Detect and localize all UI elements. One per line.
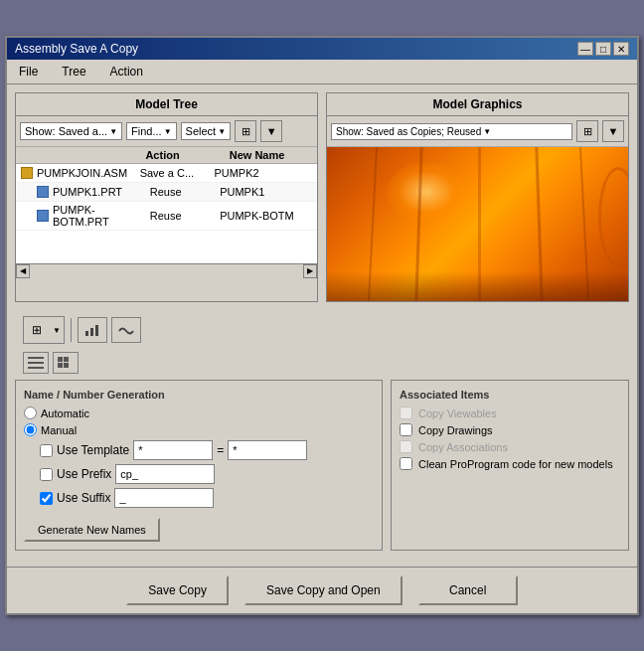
save-copy-button[interactable]: Save Copy: [126, 575, 229, 605]
copy-viewables-row: Copy Viewables: [400, 407, 620, 419]
copy-associations-row: Copy Associations: [400, 440, 620, 453]
copy-drawings-checkbox[interactable]: [400, 423, 412, 436]
col-name: [20, 149, 145, 161]
manual-radio[interactable]: [24, 423, 37, 436]
tree-area: PUMPKJOIN.ASM Save a C... PUMPK2 PUMPK1.…: [16, 164, 317, 263]
copy-viewables-label: Copy Viewables: [418, 407, 497, 419]
row-newname-0: PUMPK2: [214, 167, 313, 179]
pumpkin-shadow: [327, 271, 628, 301]
tree-row[interactable]: PUMPKJOIN.ASM Save a C... PUMPK2: [16, 164, 317, 183]
maximize-button[interactable]: □: [595, 42, 611, 56]
use-prefix-label: Use Prefix: [57, 467, 111, 481]
pumpkin-swirl: [598, 167, 628, 266]
col-action: Action: [145, 149, 229, 161]
svg-rect-9: [64, 363, 69, 368]
panels-row: Model Tree Show: Saved a... Find... Sele…: [15, 92, 629, 302]
automatic-label: Automatic: [41, 407, 89, 419]
use-suffix-label: Use Suffix: [57, 491, 110, 505]
row-action-0: Save a C...: [136, 167, 215, 179]
menu-tree[interactable]: Tree: [58, 63, 89, 81]
title-bar-buttons: — □ ✕: [577, 42, 629, 56]
use-suffix-checkbox[interactable]: [40, 492, 53, 505]
use-template-checkbox[interactable]: [40, 444, 53, 457]
pumpkin-highlight: [387, 162, 466, 222]
graph-icon-btn[interactable]: [78, 317, 107, 343]
copy-associations-label: Copy Associations: [418, 441, 508, 453]
find-button[interactable]: Find...: [126, 122, 177, 140]
wave-icon-svg: [118, 323, 134, 337]
model-graphics-header: Model Graphics: [327, 93, 628, 116]
row-action-2: Reuse: [146, 210, 220, 222]
svg-rect-8: [58, 363, 63, 368]
row-newname-2: PUMPK-BOTM: [220, 210, 313, 222]
use-template-row: Use Template =: [40, 440, 374, 460]
wave-icon-btn[interactable]: [111, 317, 141, 343]
cancel-button[interactable]: Cancel: [418, 575, 518, 605]
show-dropdown[interactable]: Show: Saved a...: [20, 122, 122, 140]
template-input2[interactable]: [228, 440, 307, 460]
toolbar2: ⊞ ▼: [15, 310, 629, 350]
graphics-show-dropdown[interactable]: Show: Saved as Copies; Reused: [331, 123, 572, 140]
clean-proprogram-label: Clean ProProgram code for new models: [418, 458, 613, 470]
scroll-track[interactable]: [32, 267, 301, 275]
menu-file[interactable]: File: [15, 63, 42, 81]
copy-drawings-row: Copy Drawings: [400, 423, 620, 436]
minimize-button[interactable]: —: [577, 42, 593, 56]
view-icon-btn[interactable]: ⊞: [24, 317, 50, 343]
suffix-input[interactable]: [114, 488, 214, 508]
model-tree-panel: Model Tree Show: Saved a... Find... Sele…: [15, 92, 318, 302]
select-dropdown[interactable]: Select: [181, 122, 232, 140]
list1-svg: [28, 357, 44, 369]
scroll-right[interactable]: ▶: [303, 264, 317, 278]
prefix-input[interactable]: [115, 464, 215, 484]
graphics-icon-btn2[interactable]: ▼: [602, 120, 624, 142]
row-newname-1: PUMPK1: [220, 186, 313, 198]
svg-rect-7: [64, 357, 69, 362]
asm-icon: [20, 166, 34, 180]
svg-rect-2: [95, 325, 98, 336]
tree-hscroll: ◀ ▶: [16, 263, 317, 277]
copy-viewables-checkbox: [400, 407, 412, 419]
radio-automatic: Automatic: [24, 407, 374, 419]
main-window: Assembly Save A Copy — □ ✕ File Tree Act…: [5, 36, 639, 615]
tree-icon-btn2[interactable]: ▼: [260, 120, 282, 142]
svg-rect-0: [85, 331, 88, 336]
radio-manual: Manual: [24, 423, 374, 436]
tree-icon-btn1[interactable]: ⊞: [235, 120, 256, 142]
clean-proprogram-checkbox[interactable]: [400, 457, 412, 470]
prt-icon-1: [36, 185, 50, 199]
svg-rect-5: [28, 367, 44, 369]
view-dropdown-btn[interactable]: ▼: [50, 317, 64, 343]
bottom-section: Name / Number Generation Automatic Manua…: [15, 380, 629, 559]
menu-action[interactable]: Action: [106, 63, 147, 81]
use-suffix-row: Use Suffix: [40, 488, 374, 508]
close-button[interactable]: ✕: [613, 42, 629, 56]
graphics-icon-btn1[interactable]: ⊞: [576, 120, 598, 142]
list-icon-btn1[interactable]: [23, 352, 49, 374]
tree-row[interactable]: PUMPK-BOTM.PRT Reuse PUMPK-BOTM: [16, 202, 317, 231]
scroll-left[interactable]: ◀: [16, 264, 30, 278]
footer: Save Copy Save Copy and Open Cancel: [7, 567, 637, 613]
svg-rect-4: [28, 362, 44, 364]
associated-items-section: Associated Items Copy Viewables Copy Dra…: [391, 380, 629, 551]
template-sep: =: [217, 443, 224, 457]
template-input1[interactable]: [133, 440, 213, 460]
save-copy-open-button[interactable]: Save Copy and Open: [244, 575, 402, 605]
row-action-1: Reuse: [146, 186, 220, 198]
use-prefix-checkbox[interactable]: [40, 468, 53, 481]
row-name-2: PUMPK-BOTM.PRT: [53, 204, 146, 228]
list-icon-btn2[interactable]: [53, 352, 79, 374]
row-name-1: PUMPK1.PRT: [53, 186, 146, 198]
window-title: Assembly Save A Copy: [15, 42, 138, 56]
tree-row[interactable]: PUMPK1.PRT Reuse PUMPK1: [16, 183, 317, 202]
pumpkin-image: [327, 147, 628, 301]
model-graphics-panel: Model Graphics Show: Saved as Copies; Re…: [326, 92, 629, 302]
manual-label: Manual: [41, 424, 77, 436]
generate-names-button[interactable]: Generate New Names: [24, 518, 160, 542]
use-prefix-row: Use Prefix: [40, 464, 374, 484]
toolbar3: [15, 350, 629, 380]
svg-rect-3: [28, 357, 44, 359]
automatic-radio[interactable]: [24, 407, 37, 419]
manual-options: Use Template = Use Prefix Use Suffix: [40, 440, 374, 508]
clean-proprogram-row: Clean ProProgram code for new models: [400, 457, 620, 470]
